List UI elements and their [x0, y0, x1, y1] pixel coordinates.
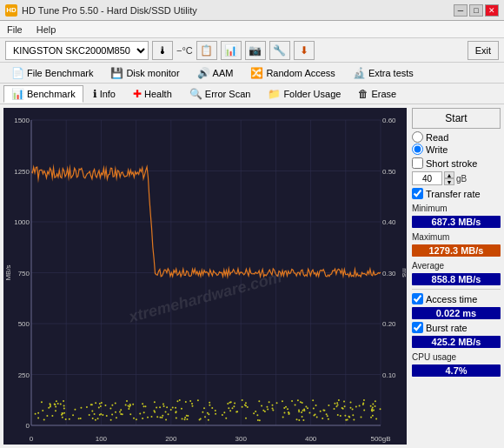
- window-title: HD Tune Pro 5.50 - Hard Disk/SSD Utility: [22, 5, 197, 16]
- toolbar: KINGSTON SKC2000M8500G (500 gB) 🌡 −°C 📋 …: [0, 38, 504, 63]
- tab-file-benchmark-label: File Benchmark: [27, 68, 93, 78]
- tab-benchmark[interactable]: 📊 Benchmark: [3, 85, 83, 103]
- tab-health-label: Health: [144, 89, 172, 99]
- short-stroke-checkbox[interactable]: [412, 157, 423, 169]
- average-value: 858.8 MB/s: [412, 273, 501, 285]
- down-button[interactable]: ⬇: [294, 41, 315, 60]
- health-icon: ✚: [133, 88, 142, 100]
- camera-button[interactable]: 📷: [245, 41, 266, 60]
- cpu-usage-label: CPU usage: [412, 352, 501, 362]
- read-label: Read: [426, 132, 448, 143]
- tab-extra-tests[interactable]: 🔬 Extra tests: [345, 64, 421, 82]
- drive-select[interactable]: KINGSTON SKC2000M8500G (500 gB): [5, 41, 149, 60]
- write-radio[interactable]: [412, 144, 423, 155]
- access-time-label: Access time: [426, 294, 477, 304]
- access-time-value: 0.022 ms: [412, 307, 501, 319]
- write-radio-item[interactable]: Write: [412, 144, 501, 155]
- menu-file[interactable]: File: [5, 24, 24, 35]
- tab-folder-usage-label: Folder Usage: [283, 89, 341, 99]
- main-content: xtremehardware.com Start Read Write Shor…: [0, 104, 504, 448]
- tab-extra-tests-label: Extra tests: [368, 68, 414, 78]
- spinbox-arrows: ▲ ▼: [444, 171, 454, 185]
- spinbox-down[interactable]: ▼: [444, 178, 454, 185]
- short-stroke-item[interactable]: Short stroke: [412, 157, 501, 169]
- minimum-label: Minimum: [412, 204, 501, 213]
- benchmark-chart: [3, 108, 407, 445]
- access-time-checkbox[interactable]: [412, 293, 423, 304]
- write-label: Write: [426, 144, 448, 155]
- exit-button[interactable]: Exit: [468, 41, 499, 60]
- tab-disk-monitor[interactable]: 💾 Disk monitor: [103, 64, 187, 82]
- tab-folder-usage[interactable]: 📁 Folder Usage: [260, 85, 348, 103]
- divider1: [412, 289, 501, 290]
- maximize-button[interactable]: □: [469, 4, 483, 17]
- tab-random-access[interactable]: 🔀 Random Access: [242, 64, 342, 82]
- tab-benchmark-label: Benchmark: [27, 89, 76, 99]
- average-label: Average: [412, 261, 501, 271]
- tab-health[interactable]: ✚ Health: [125, 85, 180, 103]
- menu-bar: File Help: [0, 21, 504, 38]
- disk-monitor-icon: 💾: [110, 67, 123, 79]
- window-controls: ─ □ ✕: [454, 4, 499, 17]
- health-button[interactable]: 🔧: [269, 41, 290, 60]
- erase-icon: 🗑: [358, 88, 368, 100]
- folder-usage-icon: 📁: [268, 88, 281, 100]
- nav-tabs-row2: 📊 Benchmark ℹ Info ✚ Health 🔍 Error Scan…: [0, 84, 504, 104]
- spinbox-container: ▲ ▼ gB: [412, 171, 501, 185]
- tab-erase-label: Erase: [371, 89, 396, 99]
- temp-unit: −°C: [176, 45, 193, 56]
- start-button[interactable]: Start: [412, 108, 501, 129]
- cpu-usage-value: 4.7%: [412, 364, 501, 377]
- temp-icon: 🌡: [152, 41, 173, 60]
- burst-rate-value: 425.2 MB/s: [412, 336, 501, 348]
- random-access-icon: 🔀: [250, 67, 263, 79]
- close-button[interactable]: ✕: [485, 4, 499, 17]
- menu-help[interactable]: Help: [35, 24, 58, 35]
- spinbox-input[interactable]: [412, 171, 442, 185]
- short-stroke-label: Short stroke: [426, 158, 477, 169]
- error-scan-icon: 🔍: [189, 88, 202, 100]
- read-radio-item[interactable]: Read: [412, 131, 501, 143]
- spinbox-unit: gB: [456, 174, 467, 184]
- maximum-value: 1279.3 MB/s: [412, 244, 501, 257]
- tab-aam[interactable]: 🔊 AAM: [189, 64, 242, 82]
- tab-info-label: Info: [100, 89, 116, 99]
- transfer-rate-label: Transfer rate: [426, 189, 481, 199]
- nav-tabs-row1: 📄 File Benchmark 💾 Disk monitor 🔊 AAM 🔀 …: [0, 63, 504, 84]
- tab-aam-label: AAM: [213, 68, 234, 78]
- chart-area: xtremehardware.com: [3, 108, 407, 445]
- maximum-label: Maximum: [412, 232, 501, 242]
- tab-error-scan[interactable]: 🔍 Error Scan: [182, 85, 259, 103]
- aam-icon: 🔊: [197, 67, 210, 79]
- benchmark-icon: 📊: [11, 88, 24, 100]
- read-write-group: Read Write: [412, 131, 501, 155]
- tab-random-access-label: Random Access: [266, 68, 335, 78]
- tab-disk-monitor-label: Disk monitor: [126, 68, 179, 78]
- transfer-rate-item[interactable]: Transfer rate: [412, 188, 501, 199]
- minimize-button[interactable]: ─: [454, 4, 468, 17]
- graph-button[interactable]: 📊: [221, 41, 242, 60]
- read-radio[interactable]: [412, 131, 423, 143]
- tab-error-scan-label: Error Scan: [205, 89, 251, 99]
- burst-rate-item[interactable]: Burst rate: [412, 322, 501, 333]
- right-panel: Start Read Write Short stroke ▲ ▼ gB: [408, 104, 504, 448]
- access-time-item[interactable]: Access time: [412, 293, 501, 304]
- info-icon: ℹ: [93, 88, 97, 100]
- burst-rate-checkbox[interactable]: [412, 322, 423, 333]
- file-benchmark-icon: 📄: [11, 67, 24, 79]
- transfer-rate-checkbox[interactable]: [412, 188, 423, 199]
- title-bar: HD HD Tune Pro 5.50 - Hard Disk/SSD Util…: [0, 0, 504, 21]
- temp-display: −°C: [176, 45, 193, 56]
- app-icon: HD: [5, 4, 17, 17]
- tab-erase[interactable]: 🗑 Erase: [350, 85, 404, 103]
- minimum-value: 687.3 MB/s: [412, 216, 501, 228]
- spinbox-up[interactable]: ▲: [444, 171, 454, 178]
- extra-tests-icon: 🔬: [353, 67, 366, 79]
- burst-rate-label: Burst rate: [426, 323, 468, 333]
- info-button[interactable]: 📋: [196, 41, 217, 60]
- tab-file-benchmark[interactable]: 📄 File Benchmark: [3, 64, 101, 82]
- tab-info[interactable]: ℹ Info: [85, 85, 123, 103]
